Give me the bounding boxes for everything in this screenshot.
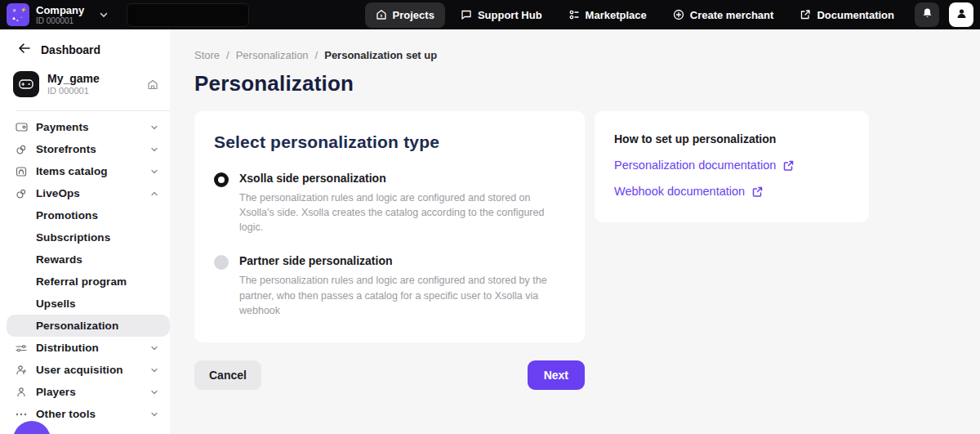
company-id: ID 000001 — [36, 16, 84, 25]
company-selector[interactable]: Company ID 000001 — [36, 4, 84, 25]
personalization-type-card: Select personalization type Xsolla side … — [194, 111, 585, 342]
list-toggles-icon — [568, 9, 580, 20]
sidebar-item-distribution[interactable]: Distribution — [0, 337, 170, 359]
nav-documentation-label: Documentation — [817, 9, 894, 21]
nav-documentation[interactable]: Documentation — [789, 2, 905, 28]
breadcrumb: Store / Personalization / Personalizatio… — [194, 49, 956, 61]
sliders-icon — [15, 343, 28, 353]
chevron-down-icon — [150, 410, 158, 418]
sidebar-item-label: Distribution — [36, 342, 142, 354]
help-card: How to set up personalization Personaliz… — [595, 111, 869, 222]
company-chevron-down-icon[interactable] — [99, 10, 109, 20]
chevron-up-icon — [150, 190, 158, 198]
sidebar-item-personalization[interactable]: Personalization — [7, 315, 170, 337]
sidebar-item-storefronts[interactable]: Storefronts — [0, 138, 170, 160]
company-name: Company — [36, 4, 84, 16]
page-title: Personalization — [194, 71, 956, 96]
sidebar-item-label: Payments — [36, 121, 142, 133]
nav-projects[interactable]: Projects — [365, 2, 445, 28]
sidebar-item-upsells[interactable]: Upsells — [0, 293, 170, 315]
sidebar-item-label: Items catalog — [36, 165, 142, 177]
topbar: ✕⚡ ▲◦ ▪ Company ID 000001 Projects Suppo… — [0, 0, 980, 29]
link-label: Personalization documentation — [614, 159, 776, 172]
account-button[interactable] — [949, 2, 973, 27]
chat-icon — [461, 9, 472, 20]
nav-projects-label: Projects — [393, 9, 434, 21]
sidebar-item-promotions[interactable]: Promotions — [0, 204, 170, 226]
topbar-nav: Projects Support Hub Marketplace Create … — [365, 2, 973, 28]
chevron-down-icon — [150, 366, 158, 374]
nav-marketplace[interactable]: Marketplace — [558, 2, 657, 28]
link-label: Webhook documentation — [614, 185, 745, 198]
radio-option-0[interactable]: Xsolla side personalization The personal… — [214, 172, 565, 235]
sidebar-item-label: Storefronts — [36, 143, 142, 155]
user-plus-icon — [15, 365, 28, 376]
external-link-icon — [751, 186, 764, 198]
option-description: The personalization rules and logic are … — [239, 190, 565, 235]
breadcrumb-separator: / — [315, 49, 318, 61]
sidebar-item-items-catalog[interactable]: Items catalog — [0, 160, 170, 182]
sidebar-item-referral-program[interactable]: Referral program — [0, 271, 170, 293]
option-description: The personalization rules and logic are … — [239, 273, 565, 317]
sidebar-item-rewards[interactable]: Rewards — [0, 248, 170, 271]
sidebar-item-payments[interactable]: Payments — [0, 116, 170, 138]
project-name: My_game — [47, 72, 139, 86]
topbar-empty-slot — [127, 3, 249, 27]
back-arrow-icon — [18, 43, 31, 56]
chevron-down-icon — [150, 344, 158, 352]
card-icon — [15, 122, 28, 132]
notifications-button[interactable] — [915, 2, 939, 27]
home-icon — [376, 9, 387, 20]
company-logo-icon[interactable]: ✕⚡ ▲◦ ▪ — [7, 3, 29, 26]
option-label: Xsolla side personalization — [239, 172, 565, 185]
chevron-down-icon — [150, 388, 158, 396]
option-label: Partner side personalization — [239, 254, 565, 267]
sidebar-item-liveops[interactable]: LiveOps — [0, 182, 170, 204]
nav-create-merchant[interactable]: Create merchant — [662, 2, 785, 28]
rings-icon — [15, 188, 28, 199]
breadcrumb-personalization[interactable]: Personalization — [236, 49, 309, 61]
back-label: Dashboard — [41, 43, 100, 56]
project-switcher[interactable]: My_game ID 000001 — [0, 65, 170, 104]
card-title: Select personalization type — [214, 132, 565, 152]
sidebar-item-label: Players — [36, 386, 142, 398]
sidebar-item-subscriptions[interactable]: Subscriptions — [0, 226, 170, 248]
plus-circle-icon — [673, 9, 684, 20]
project-id: ID 000001 — [47, 86, 139, 96]
user-icon — [15, 387, 28, 398]
nav-support-hub-label: Support Hub — [478, 9, 542, 21]
next-button[interactable]: Next — [528, 360, 585, 390]
sidebar-item-label: User acquisition — [36, 364, 142, 376]
external-link-icon — [800, 9, 811, 20]
nav-create-merchant-label: Create merchant — [690, 9, 774, 21]
radio-icon[interactable] — [214, 255, 229, 270]
cancel-button[interactable]: Cancel — [194, 360, 261, 390]
bell-icon — [921, 7, 933, 23]
breadcrumb-current: Personalization set up — [324, 49, 437, 61]
nav-support-hub[interactable]: Support Hub — [450, 2, 553, 28]
chevron-down-icon — [150, 145, 158, 154]
ellipsis-icon — [15, 413, 28, 416]
breadcrumb-store[interactable]: Store — [194, 49, 220, 61]
help-card-title: How to set up personalization — [614, 132, 849, 145]
sidebar-item-players[interactable]: Players — [0, 381, 170, 403]
webhook-documentation-link[interactable]: Webhook documentation — [614, 185, 849, 198]
user-icon — [956, 7, 968, 23]
sidebar: Dashboard My_game ID 000001 Payments Sto… — [0, 29, 170, 434]
chevron-down-icon — [150, 123, 158, 132]
box-icon — [15, 166, 28, 177]
chevron-down-icon — [150, 168, 158, 176]
external-link-icon — [782, 159, 795, 172]
sidebar-item-label: Other tools — [36, 408, 142, 420]
nav-marketplace-label: Marketplace — [586, 9, 647, 21]
personalization-documentation-link[interactable]: Personalization documentation — [614, 159, 849, 172]
radio-option-1[interactable]: Partner side personalization The persona… — [214, 254, 565, 317]
sidebar-item-label: LiveOps — [36, 187, 142, 199]
gamepad-icon — [13, 71, 39, 97]
sidebar-divider — [16, 110, 170, 111]
radio-icon[interactable] — [214, 172, 229, 187]
sidebar-item-user-acquisition[interactable]: User acquisition — [0, 359, 170, 381]
project-home-icon[interactable] — [147, 79, 158, 90]
back-to-dashboard[interactable]: Dashboard — [0, 29, 170, 65]
breadcrumb-separator: / — [226, 49, 229, 61]
